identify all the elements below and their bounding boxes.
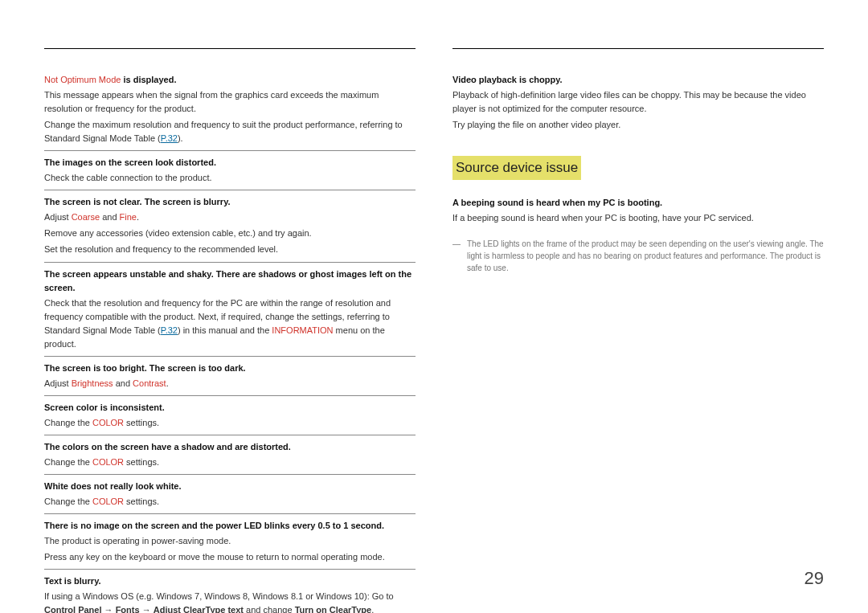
text: Check the cable connection to the produc… bbox=[44, 173, 212, 182]
answer-line: Set the resolution and frequency to the … bbox=[44, 243, 416, 256]
qa-item: Not Optimum Mode is displayed.This messa… bbox=[44, 68, 416, 151]
page-number: 29 bbox=[805, 568, 824, 589]
bold-term: Control Panel bbox=[44, 605, 102, 613]
page-reference-link[interactable]: P.32 bbox=[161, 133, 178, 143]
answer-line: Adjust Coarse and Fine. bbox=[44, 210, 416, 224]
question: White does not really look white. bbox=[44, 480, 416, 493]
text: Change the bbox=[44, 457, 92, 467]
answer-line: If a beeping sound is heard when your PC… bbox=[452, 211, 824, 225]
text: . bbox=[166, 378, 169, 388]
question: There is no image on the screen and the … bbox=[44, 519, 416, 533]
text: Remove any accessories (video extension … bbox=[44, 228, 312, 238]
answer-line: Adjust Brightness and Contrast. bbox=[44, 377, 416, 390]
highlighted-term: INFORMATION bbox=[272, 325, 333, 335]
left-column: Not Optimum Mode is displayed.This messa… bbox=[44, 48, 416, 581]
text: There is no image on the screen and the … bbox=[44, 521, 384, 530]
highlighted-term: Brightness bbox=[72, 378, 113, 388]
qa-item: Screen color is inconsistent.Change the … bbox=[44, 396, 416, 435]
answer-line: Change the COLOR settings. bbox=[44, 456, 416, 469]
answer-line: Change the COLOR settings. bbox=[44, 416, 416, 430]
arrow-icon: → bbox=[102, 605, 116, 613]
text: Adjust bbox=[44, 212, 72, 222]
text: and change bbox=[244, 605, 295, 613]
footnote: The LED lights on the frame of the produ… bbox=[452, 238, 824, 274]
text: settings. bbox=[124, 418, 159, 427]
section-heading-wrap: Source device issue bbox=[452, 156, 824, 179]
highlighted-term: COLOR bbox=[92, 497, 124, 506]
text: ). bbox=[178, 133, 183, 143]
question: The images on the screen look distorted. bbox=[44, 156, 416, 170]
qa-item: Text is blurry.If using a Windows OS (e.… bbox=[44, 570, 416, 613]
text: . bbox=[137, 212, 139, 222]
answer-line: Press any key on the keyboard or move th… bbox=[44, 550, 416, 564]
question: The colors on the screen have a shadow a… bbox=[44, 440, 416, 454]
answer-line: The product is operating in power-saving… bbox=[44, 534, 416, 548]
qa-item: The screen is too bright. The screen is … bbox=[44, 357, 416, 396]
text: settings. bbox=[124, 497, 159, 506]
answer-line: Playback of high-definition large video … bbox=[452, 88, 824, 116]
text: and bbox=[100, 212, 119, 222]
text: Change the bbox=[44, 418, 92, 427]
answer-line: Try playing the file on another video pl… bbox=[452, 118, 824, 132]
qa-item: The images on the screen look distorted.… bbox=[44, 151, 416, 190]
question: Not Optimum Mode is displayed. bbox=[44, 73, 416, 87]
highlighted-term: Contrast bbox=[133, 378, 166, 388]
text: White does not really look white. bbox=[44, 481, 182, 491]
answer-line: This message appears when the signal fro… bbox=[44, 88, 416, 116]
question: The screen is not clear. The screen is b… bbox=[44, 195, 416, 209]
qa-item: A beeping sound is heard when my PC is b… bbox=[452, 191, 824, 230]
right-column: Video playback is choppy.Playback of hig… bbox=[452, 48, 824, 581]
section-heading: Source device issue bbox=[452, 156, 581, 179]
text: The screen is too bright. The screen is … bbox=[44, 363, 246, 373]
qa-item: Video playback is choppy.Playback of hig… bbox=[452, 68, 824, 137]
question: The screen appears unstable and shaky. T… bbox=[44, 268, 416, 295]
bold-term: Turn on ClearType bbox=[295, 605, 372, 613]
answer-line: Change the COLOR settings. bbox=[44, 495, 416, 509]
highlighted-term: COLOR bbox=[92, 418, 124, 427]
highlighted-term: Not Optimum Mode bbox=[44, 75, 121, 84]
highlighted-term: Fine bbox=[120, 212, 137, 222]
text: Set the resolution and frequency to the … bbox=[44, 244, 278, 254]
document-page: Not Optimum Mode is displayed.This messa… bbox=[0, 0, 868, 613]
question: Screen color is inconsistent. bbox=[44, 401, 416, 415]
qa-item: White does not really look white.Change … bbox=[44, 475, 416, 514]
text: Change the bbox=[44, 497, 92, 506]
answer-line: Remove any accessories (video extension … bbox=[44, 227, 416, 240]
answer-line: If using a Windows OS (e.g. Windows 7, W… bbox=[44, 590, 416, 613]
text: ) in this manual and the bbox=[178, 325, 272, 335]
highlighted-term: COLOR bbox=[92, 457, 124, 467]
text: The colors on the screen have a shadow a… bbox=[44, 442, 291, 452]
answer-line: Check that the resolution and frequency … bbox=[44, 296, 416, 351]
text: The screen is not clear. The screen is b… bbox=[44, 197, 231, 206]
text: The screen appears unstable and shaky. T… bbox=[44, 269, 411, 292]
text: Playback of high-definition large video … bbox=[452, 90, 806, 113]
page-reference-link[interactable]: P.32 bbox=[161, 325, 178, 335]
answer-line: Change the maximum resolution and freque… bbox=[44, 118, 416, 145]
text: If a beeping sound is heard when your PC… bbox=[452, 213, 754, 223]
text: Adjust bbox=[44, 378, 72, 388]
text: The images on the screen look distorted. bbox=[44, 157, 216, 167]
text: settings. bbox=[124, 457, 159, 467]
text: . bbox=[371, 605, 374, 613]
bold-term: Fonts bbox=[116, 605, 140, 613]
text: Screen color is inconsistent. bbox=[44, 403, 165, 412]
highlighted-term: Coarse bbox=[72, 212, 100, 222]
text: Change the maximum resolution and freque… bbox=[44, 120, 403, 143]
qa-item: The screen is not clear. The screen is b… bbox=[44, 190, 416, 262]
text: Press any key on the keyboard or move th… bbox=[44, 552, 385, 562]
text: is displayed. bbox=[121, 75, 176, 84]
text: Video playback is choppy. bbox=[452, 75, 563, 84]
question: Text is blurry. bbox=[44, 574, 416, 588]
arrow-icon: → bbox=[140, 605, 154, 613]
answer-line: Check the cable connection to the produc… bbox=[44, 171, 416, 185]
text: A beeping sound is heard when my PC is b… bbox=[452, 198, 662, 207]
question: Video playback is choppy. bbox=[452, 73, 824, 87]
question: A beeping sound is heard when my PC is b… bbox=[452, 196, 824, 210]
qa-item: The screen appears unstable and shaky. T… bbox=[44, 263, 416, 357]
text: This message appears when the signal fro… bbox=[44, 90, 379, 113]
qa-item: There is no image on the screen and the … bbox=[44, 514, 416, 570]
question: The screen is too bright. The screen is … bbox=[44, 362, 416, 375]
bold-term: Adjust ClearType text bbox=[154, 605, 244, 613]
text: The product is operating in power-saving… bbox=[44, 536, 231, 546]
text: and bbox=[113, 378, 133, 388]
